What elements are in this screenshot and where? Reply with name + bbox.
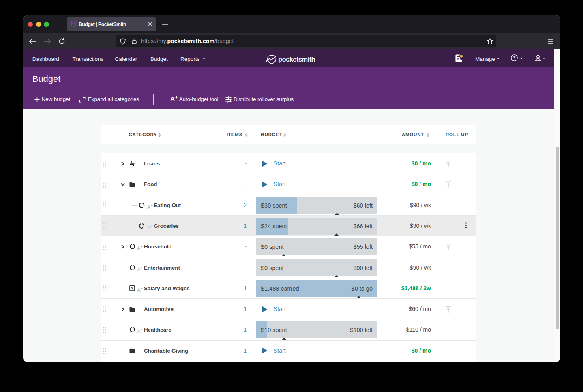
svg-text:$: $ xyxy=(131,286,133,291)
svg-text:?: ? xyxy=(513,56,515,60)
